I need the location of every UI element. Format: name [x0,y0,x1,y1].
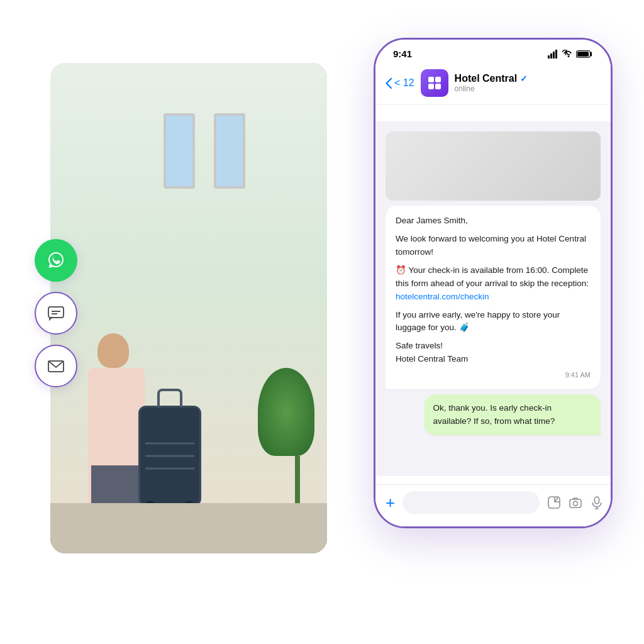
chat-avatar [421,69,448,97]
svg-rect-0 [48,307,64,318]
camera-icon[interactable] [569,496,582,509]
verified-badge: ✓ [520,74,528,84]
sticker-icon[interactable] [547,496,561,509]
svg-rect-6 [553,52,555,58]
chat-info: Hotel Central ✓ online [455,73,601,93]
mic-icon[interactable] [590,496,604,509]
luggage [138,406,201,506]
user-message-text: Ok, thank you. Is early check-in availab… [433,403,555,425]
sms-channel-button[interactable] [35,292,77,335]
person [88,368,145,506]
contact-name: Hotel Central [455,73,518,84]
chat-input-bar: + [375,484,611,526]
email-icon [46,356,66,376]
message-input[interactable] [402,491,540,514]
phone-mockup: 9:41 [374,38,613,528]
plant [280,368,314,506]
svg-rect-7 [555,50,557,58]
svg-rect-17 [595,497,599,504]
window-left [164,113,195,189]
svg-rect-10 [428,77,434,82]
whatsapp-channel-button[interactable] [35,239,77,282]
status-time: 9:41 [393,48,412,59]
background-photo [50,63,327,553]
message-sign-off: Safe travels!Hotel Central Team [396,340,591,366]
phone-notch [449,40,537,57]
status-icons [548,50,593,58]
signal-icon [548,50,559,58]
message-timestamp: 9:41 AM [396,370,591,380]
user-message-bubble: Ok, thank you. Is early check-in availab… [425,394,601,435]
hotel-message-bubble: Dear James Smith, We look forward to wel… [386,206,601,389]
wifi-icon [562,50,573,58]
svg-rect-13 [435,84,441,89]
svg-rect-4 [548,55,550,58]
message-image-thumbnail [386,131,601,201]
svg-point-16 [574,501,578,506]
chat-messages-area: Dear James Smith, We look forward to wel… [375,121,611,476]
hotel-icon [426,75,443,91]
back-icon [386,78,392,89]
svg-rect-12 [428,84,434,89]
svg-rect-5 [550,53,552,58]
message-greeting: Dear James Smith, [396,214,591,228]
floor [50,503,327,553]
battery-icon [576,50,593,58]
chat-header: < 12 Hotel Central ✓ [375,64,611,105]
checkin-link[interactable]: hotelcentral.com/checkin [396,292,489,301]
svg-rect-14 [548,497,560,508]
message-checkin: ⏰ Your check-in is available from 16:00.… [396,264,591,304]
svg-rect-15 [570,499,581,508]
svg-rect-11 [435,77,441,82]
phone-screen: 9:41 [375,40,611,526]
contact-name-row: Hotel Central ✓ [455,73,601,84]
svg-rect-9 [577,52,589,57]
whatsapp-icon [46,250,66,270]
input-action-icons [547,496,604,509]
email-channel-button[interactable] [35,345,77,387]
chat-status: online [455,84,601,93]
message-luggage: If you arrive early, we're happy to stor… [396,309,591,335]
chat-icon [46,303,66,323]
window-right [214,113,245,189]
back-count: < 12 [394,77,414,89]
channel-icons-group [35,239,77,387]
back-button[interactable]: < 12 [386,77,414,89]
add-attachment-button[interactable]: + [386,493,395,513]
message-welcome: We look forward to welcoming you at Hote… [396,233,591,259]
